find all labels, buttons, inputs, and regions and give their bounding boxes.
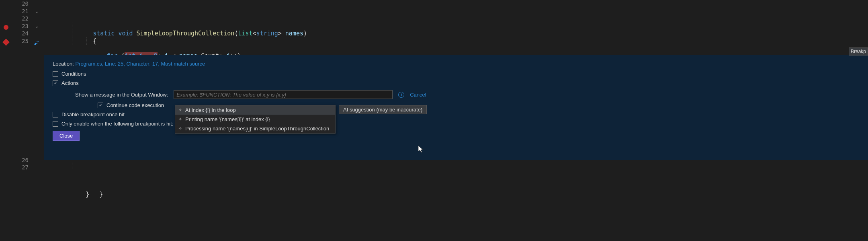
only-enable-when-checkbox[interactable] — [53, 121, 58, 127]
continue-execution-label: Continue code execution — [106, 102, 164, 108]
ai-suggestion-tooltip: AI suggestion (may be inaccurate) — [339, 105, 427, 114]
close-button[interactable]: Close — [53, 131, 80, 141]
disable-once-hit-checkbox[interactable] — [53, 112, 58, 117]
suggestion-item[interactable]: ✧ Printing name '{names[i]}' at index {i… — [175, 115, 335, 124]
breakpoint-location: Location: Program.cs, Line: 25, Characte… — [53, 61, 861, 67]
line-number-gutter: 20 21 22 23 24 25 26 27 — [11, 0, 33, 241]
line-number: 27 — [11, 164, 29, 171]
message-label: Show a message in the Output Window: — [75, 92, 168, 98]
suggestion-item[interactable]: ✧ At index {i} in the loop — [175, 105, 335, 115]
breakpoint-unverified-icon[interactable] — [4, 25, 8, 30]
debug-gutter[interactable] — [0, 0, 11, 241]
info-icon[interactable]: i — [398, 92, 404, 98]
sparkle-icon: ✧ — [178, 107, 182, 113]
line-number: 20 — [11, 0, 29, 8]
breakpoint-tracepoint-icon[interactable] — [3, 39, 10, 46]
line-number: 23 — [11, 23, 29, 30]
suggestion-item[interactable]: ✧ Processing name '{names[i]}' in Simple… — [175, 124, 335, 133]
suggestion-popup: ✧ At index {i} in the loop ✧ Printing na… — [175, 105, 336, 134]
line-number: 26 — [11, 157, 29, 164]
breakpoints-tab[interactable]: Breakp — [849, 47, 868, 56]
actions-label: Actions — [61, 80, 79, 86]
lightbulb-icon[interactable]: 🖌 — [34, 40, 39, 46]
sparkle-icon: ✧ — [178, 126, 182, 131]
line-number: 25 — [11, 37, 29, 45]
tracepoint-message-input[interactable] — [174, 90, 393, 99]
cancel-link[interactable]: Cancel — [410, 92, 426, 98]
chevron-down-icon[interactable]: ⌄ — [35, 9, 39, 14]
chevron-down-icon[interactable]: ⌄ — [35, 24, 39, 29]
breakpoint-settings-panel: Location: Program.cs, Line: 25, Characte… — [44, 55, 868, 160]
conditions-checkbox[interactable] — [53, 71, 58, 77]
conditions-label: Conditions — [61, 71, 86, 77]
line-number: 24 — [11, 30, 29, 37]
sparkle-icon: ✧ — [178, 117, 182, 122]
only-enable-when-label: Only enable when the following breakpoin… — [61, 121, 173, 127]
actions-checkbox[interactable] — [53, 80, 58, 86]
line-number: 22 — [11, 15, 29, 23]
fold-gutter[interactable]: ⌄ ⌄ — [33, 0, 44, 241]
continue-execution-checkbox[interactable] — [98, 103, 103, 108]
line-number: 21 — [11, 8, 29, 15]
disable-once-hit-label: Disable breakpoint once hit — [61, 111, 125, 117]
